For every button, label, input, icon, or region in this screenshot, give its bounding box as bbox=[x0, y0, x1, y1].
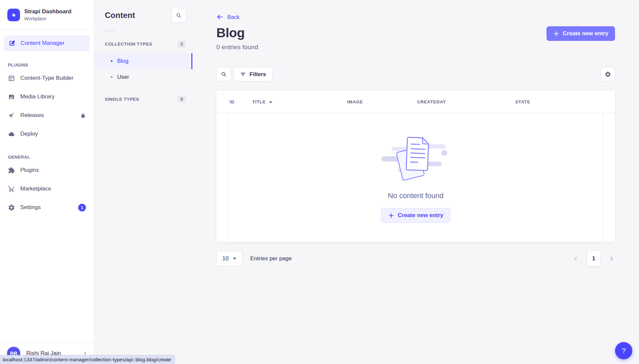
empty-state: No content found Create new entry bbox=[228, 113, 603, 242]
image-icon bbox=[8, 93, 15, 100]
bullet-icon bbox=[111, 60, 112, 62]
subnav-search-button[interactable] bbox=[171, 8, 186, 23]
next-page-button[interactable] bbox=[609, 256, 614, 262]
column-header-createdat[interactable]: CREATEDAT bbox=[417, 99, 515, 104]
empty-state-create-button[interactable]: Create new entry bbox=[381, 208, 450, 223]
sidebar-item-label: Content Manager bbox=[21, 40, 64, 47]
paper-plane-icon bbox=[8, 112, 15, 119]
browser-status-bar: localhost:1337/admin/content-manager/col… bbox=[0, 355, 175, 364]
sidebar-item-label: Content-Type Builder bbox=[20, 75, 74, 81]
table-header-row: ID TITLE IMAGE CREATEDAT STATE bbox=[216, 91, 615, 113]
subnav-title: Content bbox=[105, 11, 135, 20]
sidebar-item-label: Settings bbox=[20, 204, 41, 211]
cart-icon bbox=[8, 185, 15, 192]
search-icon bbox=[176, 12, 182, 18]
chevron-left-icon bbox=[83, 351, 87, 355]
back-link[interactable]: Back bbox=[216, 13, 240, 21]
page-number-button[interactable]: 1 bbox=[587, 251, 600, 266]
bullet-icon bbox=[111, 76, 112, 78]
sidebar-section-plugins: PLUGINS bbox=[8, 62, 86, 67]
gear-icon bbox=[605, 71, 611, 77]
main-content: Back Blog Create new entry 0 entries fou… bbox=[192, 0, 639, 364]
search-icon bbox=[221, 71, 227, 77]
pagination: 10 Entries per page 1 bbox=[216, 251, 615, 266]
sidebar-item-label: Media Library bbox=[20, 93, 55, 100]
table-search-button[interactable] bbox=[216, 67, 231, 81]
previous-page-button[interactable] bbox=[573, 256, 579, 262]
sidebar-item-label: Releases bbox=[20, 112, 44, 119]
chevron-left-icon bbox=[573, 256, 579, 262]
collection-type-label: Blog bbox=[117, 58, 128, 64]
sidebar-section-general: GENERAL bbox=[8, 155, 86, 160]
lock-icon bbox=[80, 113, 86, 118]
entries-per-page-label: Entries per page bbox=[250, 255, 292, 262]
divider bbox=[105, 31, 114, 31]
single-types-label: SINGLE TYPES bbox=[105, 97, 139, 102]
collection-types-count-badge: 2 bbox=[177, 41, 186, 48]
plus-icon bbox=[553, 31, 559, 37]
page-title: Blog bbox=[216, 26, 245, 41]
column-header-id[interactable]: ID bbox=[230, 99, 252, 104]
chevron-right-icon bbox=[609, 256, 614, 262]
page-size-select[interactable]: 10 bbox=[216, 251, 242, 266]
puzzle-icon bbox=[8, 167, 15, 174]
sidebar-item-content-manager[interactable]: Content Manager bbox=[4, 35, 90, 51]
sidebar-item-marketplace[interactable]: Marketplace bbox=[0, 180, 94, 198]
plus-icon bbox=[388, 212, 394, 219]
sidebar-item-plugins[interactable]: Plugins bbox=[0, 161, 94, 180]
sidebar-item-label: Plugins bbox=[20, 167, 39, 174]
sidebar-item-label: Deploy bbox=[20, 131, 38, 137]
content-manager-subnav: Content COLLECTION TYPES 2 Blog User SIN… bbox=[94, 0, 192, 364]
view-settings-button[interactable] bbox=[600, 67, 615, 81]
empty-state-message: No content found bbox=[388, 191, 444, 200]
column-header-title[interactable]: TITLE bbox=[252, 99, 347, 104]
strapi-logo-icon bbox=[7, 9, 20, 21]
collection-types-label: COLLECTION TYPES bbox=[105, 42, 152, 47]
column-header-image[interactable]: IMAGE bbox=[347, 99, 417, 104]
create-new-entry-button[interactable]: Create new entry bbox=[546, 26, 615, 41]
help-button[interactable]: ? bbox=[615, 342, 632, 359]
collection-type-label: User bbox=[117, 74, 129, 80]
column-header-state[interactable]: STATE bbox=[515, 99, 615, 104]
sidebar-item-label: Marketplace bbox=[20, 185, 51, 192]
feather-pen-icon bbox=[8, 40, 16, 47]
entries-table: ID TITLE IMAGE CREATEDAT STATE bbox=[216, 91, 615, 242]
documents-illustration bbox=[380, 132, 451, 183]
collection-type-item-user[interactable]: User bbox=[94, 69, 192, 85]
sidebar-item-content-type-builder[interactable]: Content-Type Builder bbox=[0, 69, 94, 87]
arrow-left-icon bbox=[216, 13, 224, 21]
sidebar-item-releases[interactable]: Releases bbox=[0, 106, 94, 125]
sort-ascending-icon bbox=[269, 101, 272, 103]
workspace-subtitle: Workplace bbox=[24, 16, 72, 22]
filters-button[interactable]: Filters bbox=[234, 67, 273, 81]
sidebar-item-deploy[interactable]: Deploy bbox=[0, 125, 94, 143]
workspace-header[interactable]: Strapi Dashboard Workplace bbox=[0, 0, 94, 30]
collection-type-item-blog[interactable]: Blog bbox=[94, 53, 192, 69]
main-sidebar: Strapi Dashboard Workplace Content Manag… bbox=[0, 0, 94, 364]
sidebar-item-settings[interactable]: Settings 1 bbox=[0, 198, 94, 217]
filter-icon bbox=[240, 71, 246, 77]
layout-icon bbox=[8, 75, 15, 82]
settings-notification-badge: 1 bbox=[78, 204, 86, 211]
cloud-icon bbox=[8, 131, 15, 138]
single-types-count-badge: 0 bbox=[177, 96, 186, 103]
chevron-down-icon bbox=[233, 258, 236, 260]
workspace-title: Strapi Dashboard bbox=[24, 8, 72, 15]
sidebar-item-media-library[interactable]: Media Library bbox=[0, 87, 94, 106]
entries-count-subtitle: 0 entries found bbox=[216, 44, 615, 51]
gear-icon bbox=[8, 204, 15, 211]
